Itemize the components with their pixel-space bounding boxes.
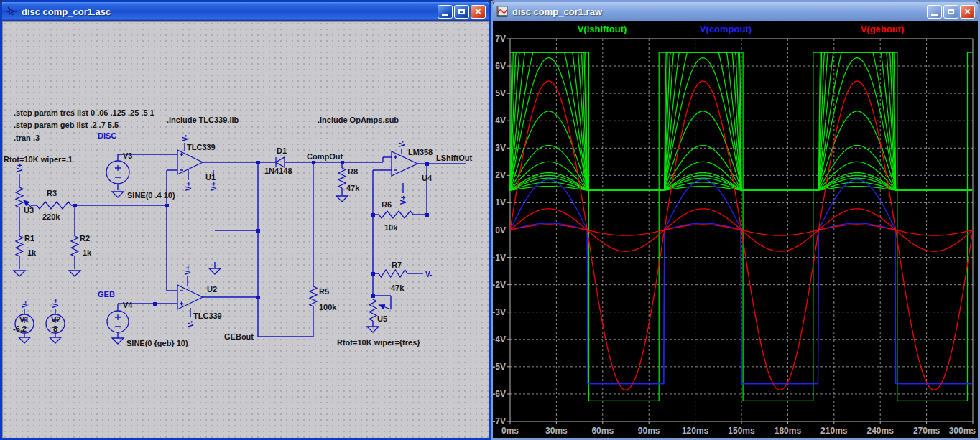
source-v4 [107,311,129,332]
schematic-window: disc comp_cor1.asc ✕ [0,0,491,440]
schematic-labels: .step param tres list 0 .06 .125 .25 .5 … [4,108,472,347]
rail-vplus-u1a[interactable]: V+ [185,182,193,191]
x-tick-label: 0ms [501,426,519,436]
rail-vminus-u2[interactable]: V- [187,321,195,327]
r6-name[interactable]: R6 [382,200,392,209]
schematic-canvas[interactable]: .step param tres list 0 .06 .125 .25 .5 … [2,21,489,438]
r2-name[interactable]: R2 [80,234,90,243]
resistor-r7 [379,270,407,277]
r1-name[interactable]: R1 [24,234,34,243]
u4-type[interactable]: LM358 [408,148,433,156]
resistor-r6 [379,211,413,218]
rail-vplus-u2[interactable]: V+ [184,266,192,275]
v2-value[interactable]: 8 [53,324,57,333]
r6-value[interactable]: 10k [384,223,398,232]
x-tick-label: 300ms [949,426,976,436]
waveform-plot-area[interactable]: 0ms30ms60ms90ms120ms150ms180ms210ms240ms… [493,21,978,438]
d1-name[interactable]: D1 [277,146,287,155]
directive-include-opamps[interactable]: .include OpAmps.sub [318,116,399,124]
y-tick-label: 1V [495,197,506,207]
opamp-u2 [177,285,203,309]
rail-vplus-u1b[interactable]: V+ [210,182,218,191]
u2-name[interactable]: U2 [207,285,217,294]
x-tick-label: 30ms [545,426,568,436]
r3-value[interactable]: 220k [42,212,60,221]
x-tick-label: 270ms [913,426,940,436]
net-label-compout[interactable]: CompOut [307,152,343,161]
x-tick-label: 120ms [682,426,709,436]
v1-value[interactable]: -6.2 [13,324,27,333]
maximize-button[interactable] [943,5,958,19]
rail-vminus-r7[interactable]: V- [425,271,432,278]
y-tick-label: 2V [495,170,506,180]
net-label-lshiftout[interactable]: LShiftOut [436,154,472,162]
minimize-button[interactable] [927,5,942,19]
u5-name[interactable]: U5 [377,314,387,323]
schematic-titlebar[interactable]: disc comp_cor1.asc ✕ [2,2,489,21]
trace-compout [510,223,972,384]
rail-vplus-u4[interactable]: V+ [399,195,407,205]
comment-rtot-stepped[interactable]: Rtot=10K wiper={tres} [337,338,420,347]
v1-name[interactable]: V1 [19,315,29,324]
resistor-r2 [71,236,78,256]
junctions [73,161,429,306]
d1-value[interactable]: 1N4148 [264,167,292,175]
r2-value[interactable]: 1k [83,248,92,257]
v2-name[interactable]: V2 [51,315,60,324]
y-tick-label: 7V [495,34,506,44]
rail-vminus-v1[interactable]: V- [21,301,29,308]
v4-name[interactable]: V4 [123,301,133,309]
u1-name[interactable]: U1 [205,173,216,182]
rail-vplus-u3[interactable]: V+ [16,163,24,172]
r5-value[interactable]: 100k [319,303,337,312]
r3-name[interactable]: R3 [47,189,57,197]
r7-value[interactable]: 47k [391,284,405,292]
y-tick-label: -5V [493,362,506,372]
v4-value[interactable]: SINE(0 {geb} 10) [126,339,188,347]
y-tick-label: -3V [493,307,506,317]
close-button[interactable]: ✕ [471,5,486,19]
u1-type[interactable]: TLC339 [187,143,216,151]
rail-vplus-v2[interactable]: V+ [52,299,60,308]
net-label-disc[interactable]: DISC [98,131,116,140]
directive-tran[interactable]: .tran .3 [14,134,40,142]
resistor-r3 [37,202,71,209]
y-tick-label: -1V [493,253,506,263]
r1-value[interactable]: 1k [27,248,37,257]
r7-name[interactable]: R7 [392,261,402,269]
legend-label-2[interactable]: V(compout) [700,24,752,34]
directive-step-tres[interactable]: .step param tres list 0 .06 .125 .25 .5 … [14,108,154,117]
pot-u5 [369,299,376,321]
resistor-r5 [310,286,317,306]
legend-label-1[interactable]: V(lshiftout) [578,24,627,34]
waveform-titlebar[interactable]: disc comp_cor1.raw ✕ [493,2,978,21]
net-label-gebout[interactable]: GEBout [224,332,254,341]
ltspice-mdi-desktop: disc comp_cor1.asc ✕ [0,0,980,440]
directive-include-tlc339[interactable]: .include TLC339.lib [167,116,239,124]
r8-value[interactable]: 47k [346,184,360,192]
diode-d1 [272,157,288,167]
rail-vminus-u4[interactable]: V- [398,141,406,147]
directive-step-geb[interactable]: .step param geb list .2 .7 5.5 [14,121,119,129]
v3-name[interactable]: V3 [123,151,132,160]
r8-name[interactable]: R8 [348,167,358,176]
waveform-icon [496,6,509,17]
maximize-button[interactable] [454,5,469,19]
net-label-geb[interactable]: GEB [98,290,115,299]
close-button[interactable]: ✕ [960,5,975,19]
r5-name[interactable]: R5 [319,287,329,296]
x-tick-label: 210ms [820,426,848,436]
comment-rtot-fixed[interactable]: Rtot=10K wiper=.1 [4,155,73,164]
u3-name[interactable]: U3 [24,206,34,215]
ground-symbols [14,192,379,344]
y-tick-label: -6V [493,389,506,399]
rail-vminus-u1[interactable]: V- [181,135,189,141]
x-tick-label: 150ms [728,426,755,436]
u2-type[interactable]: TLC339 [193,312,222,320]
legend-label-3[interactable]: V(gebout) [861,24,905,34]
y-tick-label: -2V [493,280,506,290]
v3-value[interactable]: SINE(0 .4 10) [127,191,175,200]
minimize-button[interactable] [438,5,453,19]
waveform-window: disc comp_cor1.raw ✕ 0ms30ms60ms90ms120m… [491,0,980,440]
u4-name[interactable]: U4 [422,174,433,182]
